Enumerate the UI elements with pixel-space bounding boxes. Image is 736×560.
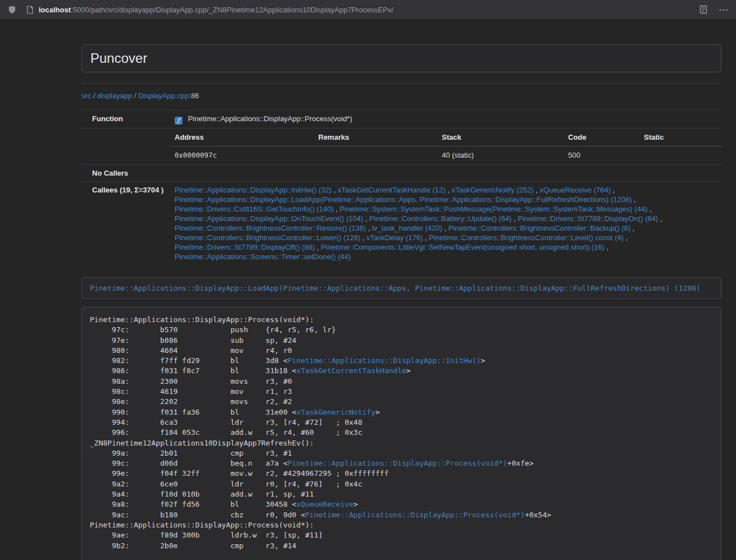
no-callers-label: No Callers	[81, 165, 170, 182]
breadcrumb-link[interactable]: DisplayApp.cpp	[138, 91, 189, 100]
callee-link[interactable]: Pinetime::Drivers::St7789::DisplayOn() (…	[518, 214, 658, 223]
page-title: Puncover	[90, 51, 712, 66]
breadcrumb-link[interactable]: src	[81, 91, 91, 100]
reader-view-icon[interactable]	[700, 5, 707, 14]
callee-link[interactable]: Pinetime::Applications::Screens::Timer::…	[175, 253, 351, 261]
code-symbol-link[interactable]: Pinetime::Applications::DisplayApp::Init…	[287, 356, 481, 365]
cell-remarks	[314, 146, 437, 165]
cell-address: 0x0000097c	[170, 146, 314, 165]
breadcrumb-separator: /	[132, 91, 138, 100]
symbol-panel: Pinetime::Applications::DisplayApp::Load…	[81, 277, 721, 299]
callee-link[interactable]: xQueueReceive (764)	[540, 186, 610, 194]
callee-separator: ,	[647, 205, 651, 213]
table-row-no-callers: No Callers	[81, 165, 721, 182]
assembly-code: Pinetime::Applications::DisplayApp::Proc…	[81, 307, 721, 560]
col-code: Code	[564, 128, 639, 146]
page-content: Puncover src / displayapp / DisplayApp.c…	[81, 25, 721, 560]
callee-link[interactable]: Pinetime::Controllers::BrightnessControl…	[175, 224, 366, 232]
callee-separator: ,	[605, 243, 609, 251]
callee-link[interactable]: xTaskGetCurrentTaskHandle (12)	[337, 186, 445, 194]
callee-link[interactable]: Pinetime::Controllers::Battery::Update()…	[369, 214, 512, 223]
symbol-link[interactable]: Pinetime::Applications::DisplayApp::Load…	[90, 284, 701, 292]
callee-separator: ,	[658, 214, 662, 223]
code-symbol-link[interactable]: xTaskGetCurrentTaskHandle	[296, 366, 406, 375]
callee-link[interactable]: Pinetime::Applications::DisplayApp::Init…	[175, 186, 332, 194]
col-stack: Stack	[437, 128, 564, 146]
callee-separator: ,	[360, 233, 367, 242]
browser-chrome: localhost:5000/path/src/displayapp/Displ…	[0, 0, 736, 20]
no-callers-cell	[170, 165, 721, 182]
callee-separator: ,	[315, 243, 321, 251]
callee-link[interactable]: xTaskGenericNotify (252)	[452, 186, 534, 194]
table-row-function: Function ƒ Pinetime::Applications::Displ…	[81, 111, 721, 128]
callee-separator: ,	[511, 214, 518, 223]
callee-separator: ,	[446, 186, 452, 194]
callee-separator: ,	[333, 205, 340, 213]
divider	[81, 83, 721, 84]
stats-cell: Address Remarks Stack Code Static 0x0000…	[170, 128, 721, 165]
callee-separator: ,	[533, 186, 540, 194]
callee-link[interactable]: vTaskDelay (176)	[367, 233, 423, 242]
code-symbol-link[interactable]: Pinetime::Applications::DisplayApp::Proc…	[287, 459, 507, 467]
shield-icon[interactable]	[8, 5, 16, 14]
overflow-menu-icon[interactable]: ⋯	[719, 5, 728, 15]
stats-table: Address Remarks Stack Code Static 0x0000…	[170, 128, 721, 164]
document-icon	[26, 6, 34, 14]
callee-separator: ,	[442, 224, 449, 232]
url-path: :5000/path/src/displayapp/DisplayApp.cpp…	[71, 6, 394, 14]
cell-code: 500	[564, 146, 639, 165]
code-symbol-link[interactable]: Pinetime::Applications::DisplayApp::Proc…	[305, 511, 525, 519]
cell-stack: 40 (static)	[437, 146, 564, 165]
function-label: Function	[81, 111, 170, 128]
url-text: localhost:5000/path/src/displayapp/Displ…	[39, 6, 394, 14]
callee-link[interactable]: Pinetime::Applications::DisplayApp::OnTo…	[175, 214, 363, 223]
callee-link[interactable]: Pinetime::Components::LittleVgl::SetNewT…	[321, 243, 605, 251]
function-name-cell: ƒ Pinetime::Applications::DisplayApp::Pr…	[170, 111, 721, 128]
breadcrumb-line-number: :86	[189, 91, 199, 100]
callee-link[interactable]: Pinetime::Drivers::Cst816S::GetTouchInfo…	[175, 205, 333, 213]
stats-header-row: Address Remarks Stack Code Static	[170, 128, 721, 146]
col-address: Address	[170, 128, 314, 146]
callee-separator: ,	[366, 224, 372, 232]
table-row-callees: Callees (19, Σ=3704 ) Pinetime::Applicat…	[81, 182, 721, 265]
breadcrumb: src / displayapp / DisplayApp.cpp:86	[81, 91, 721, 100]
callee-separator: ,	[632, 195, 636, 204]
callee-link[interactable]: lv_task_handler (420)	[372, 224, 442, 232]
url-host: localhost	[39, 6, 71, 14]
callee-separator: ,	[363, 214, 369, 223]
table-row-stats: Address Remarks Stack Code Static 0x0000…	[81, 128, 721, 165]
function-name: Pinetime::Applications::DisplayApp::Proc…	[188, 114, 353, 123]
col-static: Static	[639, 128, 721, 146]
breadcrumb-link[interactable]: displayapp	[97, 91, 132, 100]
callee-link[interactable]: Pinetime::Drivers::St7789::DisplayOff() …	[175, 243, 315, 251]
function-table: Function ƒ Pinetime::Applications::Displ…	[81, 110, 721, 265]
breadcrumb-separator: /	[91, 91, 97, 100]
callee-link[interactable]: Pinetime::Applications::DisplayApp::Load…	[175, 195, 632, 204]
callee-link[interactable]: Pinetime::Controllers::BrightnessControl…	[449, 224, 630, 232]
cell-static	[639, 146, 721, 165]
empty-label	[81, 128, 170, 165]
callees-label: Callees (19, Σ=3704 )	[81, 182, 170, 265]
callees-cell: Pinetime::Applications::DisplayApp::Init…	[170, 182, 721, 265]
callee-separator: ,	[611, 186, 615, 194]
callee-link[interactable]: Pinetime::Controllers::BrightnessControl…	[175, 233, 360, 242]
url-bar[interactable]: localhost:5000/path/src/displayapp/Displ…	[26, 6, 693, 14]
app-title-panel: Puncover	[81, 44, 721, 72]
callee-link[interactable]: Pinetime::System::SystemTask::PushMessag…	[340, 205, 647, 213]
callee-separator: ,	[332, 186, 338, 194]
code-symbol-link[interactable]: xQueueReceive	[296, 500, 354, 508]
function-icon: ƒ	[175, 117, 182, 125]
callee-separator: ,	[624, 233, 628, 242]
col-remarks: Remarks	[314, 128, 437, 146]
table-row: 0x0000097c 40 (static) 500	[170, 146, 721, 165]
callee-separator: ,	[630, 224, 634, 232]
code-symbol-link[interactable]: xTaskGenericNotify	[296, 408, 376, 416]
callee-separator: ,	[423, 233, 429, 242]
callee-link[interactable]: Pinetime::Controllers::BrightnessControl…	[429, 233, 624, 242]
